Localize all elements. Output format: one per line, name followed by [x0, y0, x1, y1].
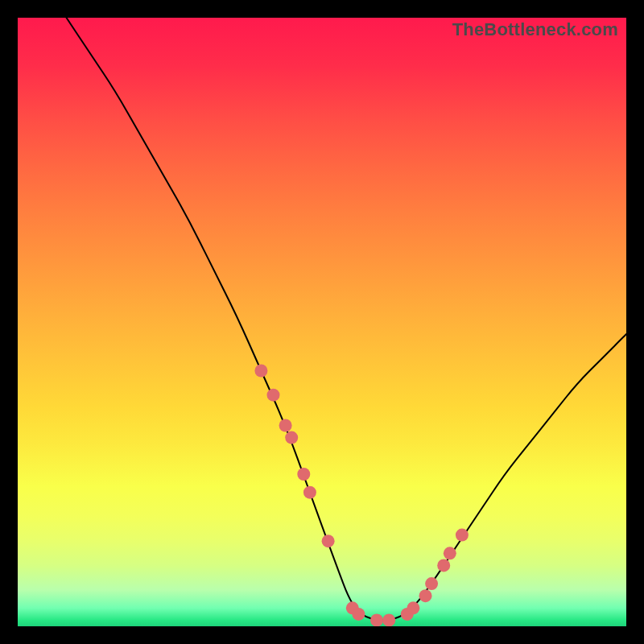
bottleneck-curve: [67, 18, 627, 620]
curve-layer: [18, 18, 626, 626]
emphasis-dots-group: [254, 365, 469, 627]
plot-area: TheBottleneck.com: [18, 18, 626, 626]
emphasis-dot: [297, 468, 310, 481]
emphasis-dot: [437, 559, 450, 572]
emphasis-dot: [407, 601, 419, 614]
emphasis-dot: [267, 389, 280, 402]
chart-frame: TheBottleneck.com: [0, 0, 644, 644]
emphasis-dot: [419, 589, 432, 602]
emphasis-dot: [382, 613, 395, 626]
emphasis-dot: [279, 419, 292, 432]
emphasis-dot: [370, 613, 383, 626]
emphasis-dot: [303, 486, 316, 499]
emphasis-dot: [456, 529, 469, 542]
emphasis-dot: [285, 431, 298, 444]
emphasis-dot: [444, 547, 456, 559]
emphasis-dot: [322, 535, 335, 547]
emphasis-dot: [425, 577, 438, 590]
emphasis-dot: [352, 608, 365, 621]
emphasis-dot: [254, 365, 267, 378]
